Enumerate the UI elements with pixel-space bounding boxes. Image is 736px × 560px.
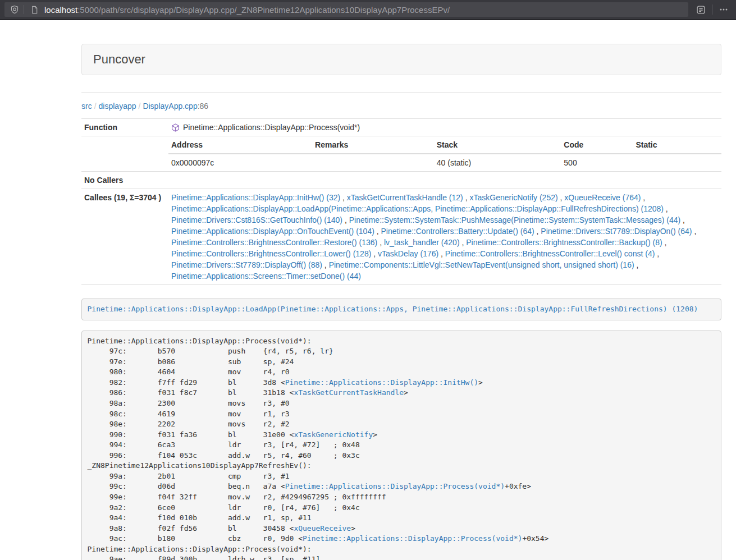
stats-header-row: AddressRemarksStackCodeStatic	[168, 136, 721, 154]
breadcrumb-link[interactable]: src	[81, 102, 92, 111]
function-table: Function Pinetime::Applications::Display…	[81, 118, 721, 285]
callee-link[interactable]: vTaskDelay (176)	[378, 249, 438, 258]
toolbar-divider	[712, 4, 712, 15]
callee-link[interactable]: xTaskGetCurrentTaskHandle (12)	[347, 193, 463, 202]
breadcrumb-link[interactable]: displayapp	[99, 102, 136, 111]
callers-row: No Callers	[81, 172, 721, 189]
callee-link[interactable]: Pinetime::Applications::DisplayApp::Init…	[171, 193, 340, 202]
stats-column-header: Code	[561, 136, 633, 154]
overflow-menu-icon[interactable]	[716, 2, 732, 17]
url-bar[interactable]: localhost:5000/path/src/displayapp/Displ…	[4, 2, 688, 17]
stats-table: AddressRemarksStackCodeStatic 0x0000097c…	[168, 136, 721, 171]
callee-link[interactable]: Pinetime::Controllers::BrightnessControl…	[445, 249, 655, 258]
callee-link[interactable]: Pinetime::Applications::DisplayApp::Load…	[171, 204, 664, 213]
stats-column-header: Stack	[434, 136, 561, 154]
breadcrumb: src/displayapp/DisplayApp.cpp:86	[81, 102, 721, 111]
stats-column-header: Remarks	[312, 136, 434, 154]
url-domain: localhost	[44, 5, 77, 15]
disassembly-symbol-link[interactable]: xTaskGetCurrentTaskHandle	[294, 388, 404, 397]
breadcrumb-separator: /	[92, 102, 99, 111]
url-text[interactable]: localhost:5000/path/src/displayapp/Displ…	[44, 5, 450, 15]
page-title: Puncover	[93, 52, 710, 67]
disassembly-symbol-link[interactable]: Pinetime::Applications::DisplayApp::Init…	[285, 378, 478, 387]
callee-link[interactable]: xQueueReceive (764)	[564, 193, 641, 202]
urlbar-divider	[24, 5, 24, 14]
highlighted-callee-link[interactable]: Pinetime::Applications::DisplayApp::Load…	[88, 305, 698, 313]
app-header-panel: Puncover	[81, 44, 721, 75]
reader-mode-icon[interactable]	[693, 2, 708, 17]
stats-cell	[312, 154, 434, 171]
callee-link[interactable]: Pinetime::Controllers::Battery::Update()…	[381, 227, 534, 236]
callee-link[interactable]: Pinetime::Drivers::Cst816S::GetTouchInfo…	[171, 215, 342, 224]
callee-link[interactable]: lv_task_handler (420)	[384, 238, 460, 247]
stats-cell: 40 (static)	[434, 154, 561, 171]
disassembly-block: Pinetime::Applications::DisplayApp::Proc…	[81, 331, 721, 560]
disassembly-symbol-link[interactable]: Pinetime::Applications::DisplayApp::Proc…	[285, 482, 505, 490]
no-callers-label: No Callers	[81, 172, 168, 189]
callee-link[interactable]: Pinetime::Applications::Screens::Timer::…	[171, 272, 361, 281]
stats-cell: 0x0000097c	[168, 154, 312, 171]
divider	[81, 92, 721, 93]
function-name: Pinetime::Applications::DisplayApp::Proc…	[183, 122, 360, 133]
disassembly-symbol-link[interactable]: xQueueReceive	[294, 524, 351, 533]
stats-value-row: 0x0000097c40 (static)500	[168, 154, 721, 171]
callees-label: Callees (19, Σ=3704 )	[81, 189, 168, 285]
callee-link[interactable]: xTaskGenericNotify (252)	[469, 193, 557, 202]
callees-list: Pinetime::Applications::DisplayApp::Init…	[168, 189, 721, 285]
callee-link[interactable]: Pinetime::System::SystemTask::PushMessag…	[349, 215, 681, 224]
stats-cell: 500	[561, 154, 633, 171]
callee-link[interactable]: Pinetime::Controllers::BrightnessControl…	[171, 238, 377, 247]
function-label: Function	[81, 119, 168, 136]
function-stats-row: AddressRemarksStackCodeStatic 0x0000097c…	[81, 136, 721, 172]
callee-link[interactable]: Pinetime::Components::LittleVgl::SetNewT…	[329, 260, 634, 269]
callee-link[interactable]: Pinetime::Drivers::St7789::DisplayOff() …	[171, 260, 322, 269]
callee-link[interactable]: Pinetime::Drivers::St7789::DisplayOn() (…	[541, 227, 692, 236]
callee-link[interactable]: Pinetime::Applications::DisplayApp::OnTo…	[171, 227, 374, 236]
stats-cell	[633, 154, 721, 171]
callees-row: Callees (19, Σ=3704 ) Pinetime::Applicat…	[81, 189, 721, 285]
callee-link[interactable]: Pinetime::Controllers::BrightnessControl…	[171, 249, 371, 258]
stats-column-header: Static	[633, 136, 721, 154]
url-path: :5000/path/src/displayapp/DisplayApp.cpp…	[77, 5, 450, 15]
browser-toolbar: localhost:5000/path/src/displayapp/Displ…	[0, 0, 736, 20]
symbol-cube-icon	[171, 123, 180, 132]
stats-column-header: Address	[168, 136, 312, 154]
breadcrumb-separator: /	[136, 102, 143, 111]
breadcrumb-link[interactable]: DisplayApp.cpp	[143, 102, 197, 111]
shield-icon[interactable]	[9, 2, 20, 17]
page-content: Puncover src/displayapp/DisplayApp.cpp:8…	[81, 20, 721, 560]
disassembly-symbol-link[interactable]: Pinetime::Applications::DisplayApp::Proc…	[303, 534, 522, 543]
callee-link[interactable]: Pinetime::Controllers::BrightnessControl…	[466, 238, 662, 247]
disassembly-symbol-link[interactable]: xTaskGenericNotify	[294, 430, 373, 439]
breadcrumb-line-number: :86	[198, 102, 208, 111]
highlighted-callee-box: Pinetime::Applications::DisplayApp::Load…	[81, 299, 721, 320]
page-icon[interactable]	[29, 2, 40, 17]
function-row: Function Pinetime::Applications::Display…	[81, 119, 721, 136]
